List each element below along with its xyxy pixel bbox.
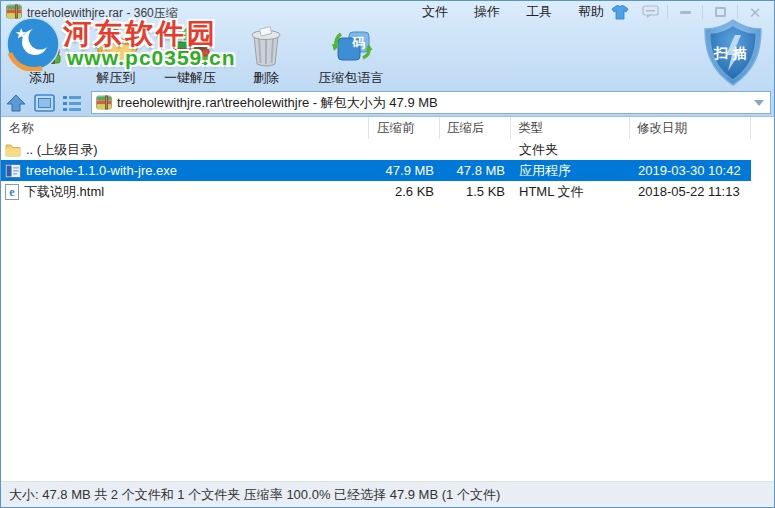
table-row-exe-selected[interactable]: treehole-1.1.0-with-jre.exe 47.9 MB 47.8…: [1, 160, 774, 181]
column-header-size-before[interactable]: 压缩前: [369, 117, 440, 139]
column-header-size-after[interactable]: 压缩后: [440, 117, 511, 139]
file-name: treehole-1.1.0-with-jre.exe: [26, 163, 177, 178]
table-row-html[interactable]: e 下载说明.html 2.6 KB 1.5 KB HTML 文件 2018-0…: [1, 181, 774, 202]
menu-operation[interactable]: 操作: [461, 1, 513, 23]
folder-icon: [5, 143, 21, 157]
delete-button[interactable]: 删除: [229, 25, 303, 87]
file-type: HTML 文件: [511, 181, 630, 202]
address-path[interactable]: treeholewithjre.rar\treeholewithjre - 解包…: [117, 94, 748, 112]
exe-file-icon: [5, 164, 21, 178]
window-title: treeholewithjre.rar - 360压缩: [27, 3, 178, 22]
divider: [667, 5, 668, 19]
column-header-empty: [751, 117, 774, 139]
file-name: 下载说明.html: [24, 183, 104, 201]
icon-view-icon[interactable]: [31, 92, 57, 114]
svg-text:e: e: [9, 185, 15, 199]
size-after: 47.8 MB: [440, 160, 511, 181]
modified-date: [630, 139, 751, 160]
list-view-icon[interactable]: [59, 92, 85, 114]
menu-file[interactable]: 文件: [409, 1, 461, 23]
tool-label: 一键解压: [164, 69, 216, 87]
tool-label: 删除: [253, 69, 279, 87]
html-file-icon: e: [5, 184, 19, 200]
app-archive-icon: [6, 4, 22, 23]
modified-date: 2018-05-22 11:13: [630, 181, 751, 202]
archive-language-button[interactable]: 码 压缩包语言: [303, 25, 399, 87]
address-bar[interactable]: treeholewithjre.rar\treeholewithjre - 解包…: [91, 91, 771, 114]
tool-label: 添加: [29, 69, 55, 87]
column-headers: 名称 压缩前 压缩后 类型 修改日期: [1, 117, 774, 139]
file-type: 文件夹: [511, 139, 630, 160]
one-key-extract-button[interactable]: 一键解压: [153, 25, 227, 87]
column-header-modified[interactable]: 修改日期: [630, 117, 751, 139]
one-key-extract-icon: [167, 24, 213, 68]
modified-date: 2019-03-30 10:42: [630, 160, 751, 181]
navigation-bar: treeholewithjre.rar\treeholewithjre - 解包…: [1, 89, 774, 116]
file-type: 应用程序: [511, 160, 630, 181]
up-folder-icon[interactable]: [3, 92, 29, 114]
extract-to-button[interactable]: 解压到: [79, 25, 153, 87]
feedback-icon[interactable]: [635, 2, 665, 22]
add-archive-icon: [20, 24, 64, 68]
file-name: .. (上级目录): [26, 141, 98, 159]
minimize-button[interactable]: [670, 2, 700, 22]
address-archive-icon: [96, 95, 112, 110]
column-header-name[interactable]: 名称: [1, 117, 369, 139]
file-list: 名称 压缩前 压缩后 类型 修改日期 .. (上级目录) 文件夹: [1, 117, 774, 481]
toolbar: 添加 解压到: [5, 25, 399, 87]
scan-label: 扫描: [713, 45, 752, 61]
tool-label: 压缩包语言: [319, 69, 384, 87]
size-after: [440, 139, 511, 160]
table-row-parent-dir[interactable]: .. (上级目录) 文件夹: [1, 139, 774, 160]
add-button[interactable]: 添加: [5, 25, 79, 87]
scan-button[interactable]: 扫描: [698, 17, 768, 89]
size-before: [369, 139, 440, 160]
window-chrome: treeholewithjre.rar - 360压缩 文件 操作 工具 帮助: [1, 1, 774, 117]
size-after: 1.5 KB: [440, 181, 511, 202]
size-before: 47.9 MB: [369, 160, 440, 181]
menu-tools[interactable]: 工具: [513, 1, 565, 23]
app-window: treeholewithjre.rar - 360压缩 文件 操作 工具 帮助: [0, 0, 775, 508]
size-before: 2.6 KB: [369, 181, 440, 202]
extract-to-icon: [93, 24, 139, 68]
language-char: 码: [352, 35, 366, 50]
menu-bar: 文件 操作 工具 帮助: [409, 1, 617, 23]
status-bar: 大小: 47.8 MB 共 2 个文件和 1 个文件夹 压缩率 100.0% 已…: [1, 481, 774, 507]
archive-language-icon: 码: [327, 24, 375, 68]
chevron-down-icon: [754, 100, 764, 106]
status-text: 大小: 47.8 MB 共 2 个文件和 1 个文件夹 压缩率 100.0% 已…: [9, 486, 500, 504]
tool-label: 解压到: [97, 69, 136, 87]
column-header-type[interactable]: 类型: [511, 117, 630, 139]
skin-icon[interactable]: [605, 2, 635, 22]
address-dropdown-button[interactable]: [748, 92, 770, 113]
delete-icon: [246, 24, 286, 68]
